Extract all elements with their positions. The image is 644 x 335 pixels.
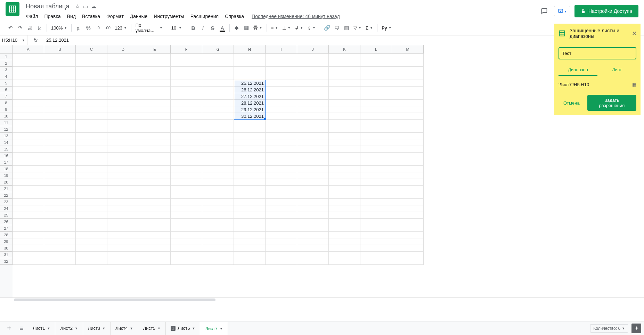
cell-H8[interactable]: 28.12.2021 xyxy=(234,100,266,106)
cell-A26[interactable] xyxy=(13,219,44,225)
cell-D31[interactable] xyxy=(107,252,139,258)
sheet-tab-Лист3[interactable]: Лист3▼ xyxy=(83,322,111,335)
cell-C7[interactable] xyxy=(76,93,107,100)
cell-G12[interactable] xyxy=(202,126,234,133)
cell-C17[interactable] xyxy=(76,159,107,166)
strikethrough-button[interactable]: S xyxy=(208,23,218,33)
cell-A21[interactable] xyxy=(13,186,44,192)
cell-B23[interactable] xyxy=(44,199,76,205)
last-change-link[interactable]: Последнее изменение: 46 минут назад xyxy=(249,12,342,21)
redo-button[interactable]: ↷ xyxy=(15,23,25,33)
cell-I32[interactable] xyxy=(266,258,297,265)
cell-D18[interactable] xyxy=(107,166,139,172)
cell-F2[interactable] xyxy=(171,60,202,67)
cell-C9[interactable] xyxy=(76,106,107,113)
cell-C18[interactable] xyxy=(76,166,107,172)
row-header-24[interactable]: 24 xyxy=(0,205,13,212)
cell-A16[interactable] xyxy=(13,153,44,159)
cell-K8[interactable] xyxy=(329,100,360,106)
merge-cells-button[interactable]: ⾻▼ xyxy=(251,24,264,32)
cell-F24[interactable] xyxy=(171,205,202,212)
cell-F4[interactable] xyxy=(171,73,202,80)
row-header-16[interactable]: 16 xyxy=(0,153,13,159)
cell-J17[interactable] xyxy=(297,159,329,166)
cell-I22[interactable] xyxy=(266,192,297,199)
cell-E28[interactable] xyxy=(139,232,171,238)
cell-G21[interactable] xyxy=(202,186,234,192)
cell-B25[interactable] xyxy=(44,212,76,219)
cell-G26[interactable] xyxy=(202,219,234,225)
menu-данные[interactable]: Данные xyxy=(128,12,150,21)
cell-I7[interactable] xyxy=(266,93,297,100)
cell-H18[interactable] xyxy=(234,166,266,172)
cell-J21[interactable] xyxy=(297,186,329,192)
cell-C16[interactable] xyxy=(76,153,107,159)
cell-J16[interactable] xyxy=(297,153,329,159)
cell-H25[interactable] xyxy=(234,212,266,219)
sheet-tab-Лист6[interactable]: 1Лист6▼ xyxy=(166,322,200,335)
cell-F32[interactable] xyxy=(171,258,202,265)
decrease-decimal-button[interactable]: .0 xyxy=(93,23,103,33)
cell-E22[interactable] xyxy=(139,192,171,199)
cell-C29[interactable] xyxy=(76,238,107,245)
cell-B9[interactable] xyxy=(44,106,76,113)
text-color-button[interactable]: A xyxy=(218,23,227,33)
cell-H31[interactable] xyxy=(234,252,266,258)
comments-icon[interactable] xyxy=(539,6,550,17)
cell-D29[interactable] xyxy=(107,238,139,245)
cell-M4[interactable] xyxy=(392,73,424,80)
cell-C1[interactable] xyxy=(76,54,107,60)
cell-L6[interactable] xyxy=(360,87,392,93)
row-header-3[interactable]: 3 xyxy=(0,67,13,73)
cell-G14[interactable] xyxy=(202,139,234,146)
cell-H12[interactable] xyxy=(234,126,266,133)
cell-F3[interactable] xyxy=(171,67,202,73)
cell-F15[interactable] xyxy=(171,146,202,153)
cell-I24[interactable] xyxy=(266,205,297,212)
menu-вид[interactable]: Вид xyxy=(65,12,78,21)
cell-J11[interactable] xyxy=(297,120,329,126)
cell-E15[interactable] xyxy=(139,146,171,153)
menu-формат[interactable]: Формат xyxy=(104,12,126,21)
cell-E23[interactable] xyxy=(139,199,171,205)
cell-H4[interactable] xyxy=(234,73,266,80)
cell-G3[interactable] xyxy=(202,67,234,73)
cell-G5[interactable] xyxy=(202,80,234,87)
cloud-icon[interactable]: ☁ xyxy=(91,3,96,10)
sheet-tab-Лист4[interactable]: Лист4▼ xyxy=(111,322,138,335)
row-header-7[interactable]: 7 xyxy=(0,93,13,100)
all-sheets-button[interactable]: ≡ xyxy=(15,322,28,335)
cell-A31[interactable] xyxy=(13,252,44,258)
cell-A6[interactable] xyxy=(13,87,44,93)
row-header-25[interactable]: 25 xyxy=(0,212,13,219)
cell-G13[interactable] xyxy=(202,133,234,139)
cell-C32[interactable] xyxy=(76,258,107,265)
row-header-9[interactable]: 9 xyxy=(0,106,13,113)
cell-J5[interactable] xyxy=(297,80,329,87)
cell-A7[interactable] xyxy=(13,93,44,100)
cell-G24[interactable] xyxy=(202,205,234,212)
cell-J31[interactable] xyxy=(297,252,329,258)
cell-K3[interactable] xyxy=(329,67,360,73)
cell-I25[interactable] xyxy=(266,212,297,219)
add-sheet-button[interactable]: + xyxy=(3,322,15,335)
cell-B19[interactable] xyxy=(44,172,76,179)
cell-G18[interactable] xyxy=(202,166,234,172)
cell-L1[interactable] xyxy=(360,54,392,60)
cell-J3[interactable] xyxy=(297,67,329,73)
row-header-28[interactable]: 28 xyxy=(0,232,13,238)
cell-D2[interactable] xyxy=(107,60,139,67)
row-header-18[interactable]: 18 xyxy=(0,166,13,172)
cell-M17[interactable] xyxy=(392,159,424,166)
cell-K27[interactable] xyxy=(329,225,360,232)
cell-H29[interactable] xyxy=(234,238,266,245)
cell-J23[interactable] xyxy=(297,199,329,205)
cell-F17[interactable] xyxy=(171,159,202,166)
col-header-A[interactable]: A xyxy=(13,45,44,54)
cell-F16[interactable] xyxy=(171,153,202,159)
cell-A27[interactable] xyxy=(13,225,44,232)
cell-L10[interactable] xyxy=(360,113,392,120)
row-header-4[interactable]: 4 xyxy=(0,73,13,80)
cell-I27[interactable] xyxy=(266,225,297,232)
cell-D23[interactable] xyxy=(107,199,139,205)
